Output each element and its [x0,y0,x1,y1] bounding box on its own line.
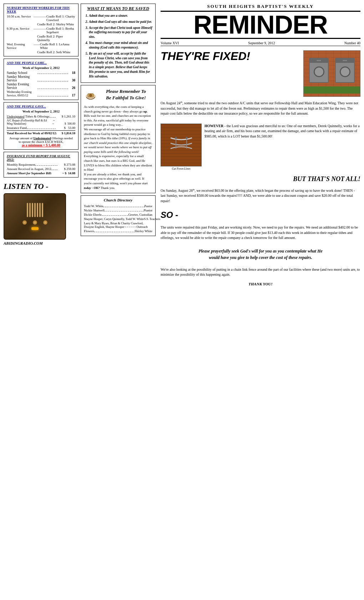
newsletter-date: September 9, 2012 [248,41,275,45]
people-gave-box: AND THE PEOPLE GAVE... Week of September… [4,102,79,150]
nursery-dash-2: ———— [34,27,46,34]
fan-circle-2 [340,66,350,77]
radio-knob-3 [43,220,48,225]
remember-icon [84,88,97,102]
article-title: THEY'RE FIXED! [161,50,300,62]
dir-entry-4: Shayne Hooper, Caryn Quinnelly, Todd W. … [84,217,152,221]
svg-point-3 [175,137,177,139]
article-body: On August 24th, someone tried to steal t… [161,100,360,119]
gave-row-3: Insurance Fund $ 53.00 [7,126,75,130]
nursery-roll-1a: Cradle Roll 1: Charity Crawford [46,15,75,22]
closing-italic: Please prayerfully seek God's will for y… [161,248,360,261]
gave-row-1: Undesignated Tithes & Offerings $ 1,261.… [7,115,75,118]
however-para: HOWEVER - the Lord was gracious and merc… [204,124,360,139]
came-row-2: Sunday Morning Service 30 [7,75,75,82]
ins-row-2: Amount Received in August, 2012 $ 259.00 [7,167,75,171]
came-row-3: Sunday Evening Service 26 [7,82,75,90]
so-para: The units were repaired this past Friday… [161,225,360,241]
however-section: Cut Freon Lines HOWEVER - the Lord was g… [161,124,360,170]
radio-bar [39,203,41,217]
left-column: NURSERY MINISTRY WORKERS FOR THIS WEEK 1… [4,4,79,596]
listen-title: LISTEN TO - [4,182,79,191]
radio-bar [42,203,43,217]
gave-note: Average amount of Undesignated Offerings… [7,136,75,144]
svg-point-2 [89,94,92,97]
what-means-item-2: Admit that God says all sins must be pai… [89,20,152,24]
radio-bar [37,203,38,217]
so-heading: SO - [161,210,360,220]
ins-short-row: Amount Short for September Bill: ~ $ 14.… [7,171,75,175]
came-row-4: Wednesday Evening Service, 09/05/12 17 [7,90,75,97]
radio-bar [32,203,33,217]
newsletter-number: Number 40 [344,41,360,45]
people-gave-title: AND THE PEOPLE GAVE... [7,105,75,108]
ac-unit-2: ≡≡≡ [335,58,355,83]
gave-row-2: A/C Repair (Fellowship Hall & Ed Wing Va… [7,119,75,125]
listen-section: LISTEN TO - [4,182,79,245]
what-means-item-3: Accept the fact that Christ took upon Hi… [89,26,152,39]
remember-para-3: Everything is expensive, especially for … [84,154,152,172]
insurance-title: INSURANCE FUND REPORT FOR AUGUST, 2012: [7,154,75,161]
people-came-box: AND THE PEOPLE CAME... Week of September… [4,59,79,100]
august-para-text: On Sunday, August 26th, we received $63.… [161,188,360,204]
radio-grill [27,203,43,217]
radio-knob-1 [22,220,27,225]
nursery-roll-3a: Cradle Roll 1: LeAnna White [40,42,75,50]
ac-unit-image: ≡≡≡ ≡≡≡ [303,50,360,97]
what-means-item-4: You must change your mind about sin and … [89,41,152,50]
nursery-roll-2b: Cradle Roll 2: Piper Quinnelly [7,35,75,42]
dir-entry-2: Nickie Shatwell Pianist [84,209,152,212]
freon-image [161,124,202,166]
dir-entry-1: Todd W. White Pastor [84,204,152,208]
what-means-title: WHAT IT MEANS TO BE SAVED [84,6,152,11]
remember-title: Please Remember ToBe Faithful To Give! [100,88,152,101]
ins-row-1: Monthly Requirement $ 273.08 [7,163,75,166]
thank-you: THANK YOU! [161,282,360,286]
money-hand-icon [84,89,97,101]
nursery-roll-3b: Cradle Roll 2: Seth White [7,50,75,54]
insurance-box: INSURANCE FUND REPORT FOR AUGUST, 2012: … [4,152,79,178]
newsletter-volume: Volume XVI [161,41,179,45]
final-para-text: We're also looking at the possibility of… [161,267,360,278]
nursery-roll-1b: Cradle Roll 2: Shirley White [7,22,75,26]
ac-unit-1: ≡≡≡ [309,58,329,83]
people-gave-week: Week of September 2, 2012 [7,110,75,113]
gave-minimum: as a minimum = $ 1,400.00 [7,144,75,147]
newsletter-main-title: REMINDER [161,11,360,39]
nursery-service-2: 6:30 p.m. Service ———— Cradle Roll 1: Be… [7,27,75,34]
right-column: SOUTH HEIGHTS BAPTIST'S WEEKLY REMINDER … [158,4,360,596]
nursery-title: NURSERY MINISTRY WORKERS FOR THIS WEEK [7,6,75,13]
article-title-row: THEY'RE FIXED! ≡≡≡ ≡≡≡ [161,50,360,97]
grass [304,86,360,94]
radio-bar [34,203,36,217]
church-directory-box: Church Directory Todd W. White Pastor Ni… [81,195,156,236]
remember-para-4: If you are already a tither, we thank yo… [84,172,152,190]
remember-body: As with everything else, the costs of ke… [84,105,152,190]
nursery-roll-2a: Cradle Roll 1: Bertha Segebarrt [46,27,75,34]
came-row-1: Sunday School 18 [7,71,75,75]
people-came-title: AND THE PEOPLE CAME... [7,61,75,65]
what-means-item-1: Admit that you are a sinner. [89,14,152,18]
however-text: HOWEVER - the Lord was gracious and merc… [204,124,360,139]
abiding-radio-url: ABIDINGRADIO.COM [4,241,79,245]
nursery-dash-1: ———— [34,15,46,22]
svg-point-4 [186,137,188,139]
radio-bar [27,203,28,217]
middle-column: WHAT IT MEANS TO BE SAVED Admit that you… [81,4,156,596]
newsletter-subtitle: SOUTH HEIGHTS BAPTIST'S WEEKLY [161,4,360,9]
freon-caption: Cut Freon Lines [172,167,190,170]
remember-box: Please Remember ToBe Faithful To Give! A… [81,85,156,194]
newsletter-meta: Volume XVI September 9, 2012 Number 40 [161,40,360,46]
freon-lines-svg [167,131,196,159]
nursery-box: NURSERY MINISTRY WORKERS FOR THIS WEEK 1… [4,4,79,56]
so-body: The units were repaired this past Friday… [161,225,360,243]
final-para: We're also looking at the possibility of… [161,267,360,280]
dir-entry-5: Larry & Mary Byars, Brian & Charity Craw… [84,221,152,229]
fan-circle [314,66,324,77]
radio-knob-2 [32,220,37,225]
directory-title: Church Directory [84,198,152,202]
what-means-list: Admit that you are a sinner. Admit that … [84,14,152,79]
nursery-service-3: Wed. Evening Service —— Cradle Roll 1: L… [7,42,75,50]
radio-light [31,227,39,230]
remember-para-2: We encourage all of our membership to pr… [84,127,152,154]
